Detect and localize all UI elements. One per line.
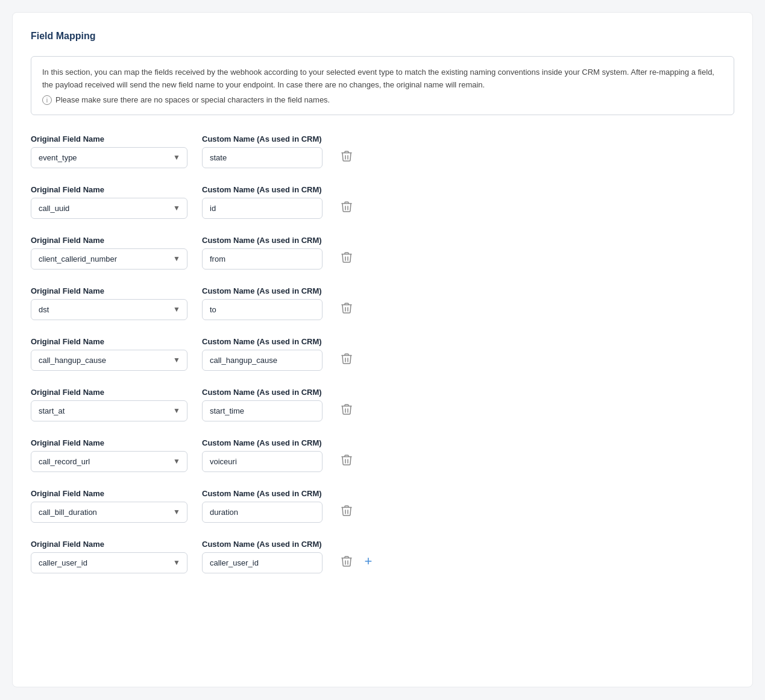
original-field-group: Original Field Name start_at ▼ xyxy=(31,388,187,421)
custom-field-input[interactable] xyxy=(202,502,323,523)
info-text: In this section, you can map the fields … xyxy=(42,66,723,92)
custom-field-group: Custom Name (As used in CRM) xyxy=(202,388,323,421)
actions-group xyxy=(337,500,356,523)
custom-field-group: Custom Name (As used in CRM) xyxy=(202,540,323,573)
delete-button[interactable] xyxy=(337,550,356,572)
delete-button[interactable] xyxy=(337,297,356,319)
custom-field-label: Custom Name (As used in CRM) xyxy=(202,236,323,245)
actions-group xyxy=(337,297,356,320)
original-field-select[interactable]: call_uuid xyxy=(31,198,187,219)
original-field-label: Original Field Name xyxy=(31,388,187,397)
page-container: Field Mapping In this section, you can m… xyxy=(12,12,753,687)
trash-icon xyxy=(341,403,352,415)
trash-icon xyxy=(341,150,352,162)
custom-field-input[interactable] xyxy=(202,248,323,270)
custom-field-group: Custom Name (As used in CRM) xyxy=(202,489,323,523)
original-field-select[interactable]: call_record_url xyxy=(31,451,187,472)
original-field-label: Original Field Name xyxy=(31,286,187,295)
field-row: Original Field Name call_record_url ▼ Cu… xyxy=(31,438,734,489)
custom-field-label: Custom Name (As used in CRM) xyxy=(202,185,323,194)
original-field-group: Original Field Name dst ▼ xyxy=(31,286,187,320)
delete-button[interactable] xyxy=(337,500,356,522)
page-title: Field Mapping xyxy=(31,31,734,42)
delete-button[interactable] xyxy=(337,145,356,167)
custom-field-label: Custom Name (As used in CRM) xyxy=(202,134,323,143)
info-box: In this section, you can map the fields … xyxy=(31,56,734,115)
original-field-group: Original Field Name caller_user_id ▼ xyxy=(31,540,187,573)
actions-group xyxy=(337,449,356,472)
field-row: Original Field Name call_hangup_cause ▼ … xyxy=(31,337,734,388)
original-field-select[interactable]: event_type xyxy=(31,147,187,168)
custom-field-group: Custom Name (As used in CRM) xyxy=(202,286,323,320)
delete-button[interactable] xyxy=(337,348,356,370)
warning-line: i Please make sure there are no spaces o… xyxy=(42,95,723,105)
info-icon: i xyxy=(42,95,52,105)
original-field-select[interactable]: call_hangup_cause xyxy=(31,350,187,371)
trash-icon xyxy=(341,353,352,365)
original-field-group: Original Field Name client_callerid_numb… xyxy=(31,236,187,270)
delete-button[interactable] xyxy=(337,247,356,268)
original-select-wrapper: client_callerid_number ▼ xyxy=(31,248,187,270)
custom-field-input[interactable] xyxy=(202,552,323,573)
delete-button[interactable] xyxy=(337,449,356,471)
field-row: Original Field Name caller_user_id ▼ Cus… xyxy=(31,540,734,590)
original-select-wrapper: call_bill_duration ▼ xyxy=(31,502,187,523)
original-select-wrapper: dst ▼ xyxy=(31,299,187,320)
original-field-select[interactable]: caller_user_id xyxy=(31,552,187,573)
custom-field-input[interactable] xyxy=(202,350,323,371)
custom-field-label: Custom Name (As used in CRM) xyxy=(202,388,323,397)
field-row: Original Field Name dst ▼ Custom Name (A… xyxy=(31,286,734,337)
original-field-group: Original Field Name call_uuid ▼ xyxy=(31,185,187,219)
field-row: Original Field Name call_uuid ▼ Custom N… xyxy=(31,185,734,236)
custom-field-group: Custom Name (As used in CRM) xyxy=(202,185,323,219)
delete-button[interactable] xyxy=(337,196,356,218)
original-field-label: Original Field Name xyxy=(31,489,187,498)
original-field-group: Original Field Name call_hangup_cause ▼ xyxy=(31,337,187,371)
custom-field-input[interactable] xyxy=(202,198,323,219)
custom-field-input[interactable] xyxy=(202,451,323,472)
original-select-wrapper: call_record_url ▼ xyxy=(31,451,187,472)
original-field-group: Original Field Name call_record_url ▼ xyxy=(31,438,187,472)
custom-field-label: Custom Name (As used in CRM) xyxy=(202,438,323,447)
custom-field-label: Custom Name (As used in CRM) xyxy=(202,489,323,498)
original-select-wrapper: caller_user_id ▼ xyxy=(31,552,187,573)
original-field-select[interactable]: dst xyxy=(31,299,187,320)
original-select-wrapper: call_hangup_cause ▼ xyxy=(31,350,187,371)
custom-field-label: Custom Name (As used in CRM) xyxy=(202,540,323,549)
actions-group xyxy=(337,247,356,270)
add-button[interactable]: + xyxy=(359,550,378,572)
custom-field-input[interactable] xyxy=(202,400,323,421)
custom-field-input[interactable] xyxy=(202,147,323,168)
field-row: Original Field Name start_at ▼ Custom Na… xyxy=(31,388,734,438)
original-field-select[interactable]: call_bill_duration xyxy=(31,502,187,523)
original-select-wrapper: start_at ▼ xyxy=(31,400,187,421)
field-row: Original Field Name call_bill_duration ▼… xyxy=(31,489,734,540)
trash-icon xyxy=(341,454,352,466)
trash-icon xyxy=(341,201,352,213)
field-row: Original Field Name client_callerid_numb… xyxy=(31,236,734,286)
original-field-label: Original Field Name xyxy=(31,438,187,447)
original-select-wrapper: event_type ▼ xyxy=(31,147,187,168)
actions-group: + xyxy=(337,550,378,573)
trash-icon xyxy=(341,302,352,314)
delete-button[interactable] xyxy=(337,399,356,420)
custom-field-group: Custom Name (As used in CRM) xyxy=(202,236,323,270)
custom-field-group: Custom Name (As used in CRM) xyxy=(202,337,323,371)
custom-field-group: Custom Name (As used in CRM) xyxy=(202,438,323,472)
original-field-label: Original Field Name xyxy=(31,236,187,245)
custom-field-label: Custom Name (As used in CRM) xyxy=(202,286,323,295)
original-field-label: Original Field Name xyxy=(31,134,187,143)
actions-group xyxy=(337,196,356,219)
actions-group xyxy=(337,145,356,168)
original-field-select[interactable]: start_at xyxy=(31,400,187,421)
original-field-select[interactable]: client_callerid_number xyxy=(31,248,187,270)
original-field-group: Original Field Name event_type ▼ xyxy=(31,134,187,168)
original-field-label: Original Field Name xyxy=(31,185,187,194)
original-field-group: Original Field Name call_bill_duration ▼ xyxy=(31,489,187,523)
original-field-label: Original Field Name xyxy=(31,337,187,346)
trash-icon xyxy=(341,555,352,567)
custom-field-input[interactable] xyxy=(202,299,323,320)
original-field-label: Original Field Name xyxy=(31,540,187,549)
original-select-wrapper: call_uuid ▼ xyxy=(31,198,187,219)
custom-field-group: Custom Name (As used in CRM) xyxy=(202,134,323,168)
